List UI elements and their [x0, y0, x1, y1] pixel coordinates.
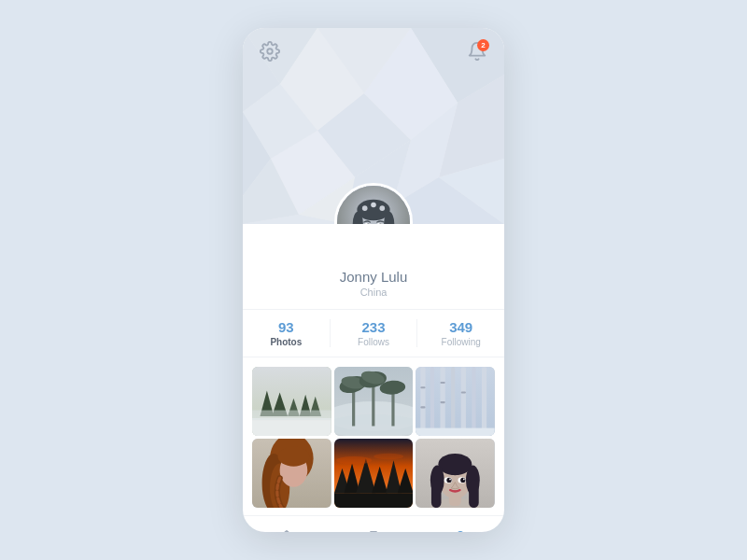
svg-rect-67 — [441, 382, 445, 384]
svg-rect-58 — [421, 367, 426, 436]
photo-4[interactable] — [252, 439, 331, 508]
profile-name: Jonny Lulu — [258, 269, 489, 285]
svg-point-101 — [463, 479, 465, 481]
avatar-image — [337, 186, 410, 224]
photo-2[interactable] — [334, 367, 414, 436]
following-label: Following — [442, 337, 481, 347]
bottom-nav — [243, 515, 504, 532]
svg-point-17 — [267, 49, 273, 54]
notification-badge: 2 — [477, 39, 489, 51]
svg-rect-70 — [416, 428, 495, 436]
svg-rect-69 — [461, 391, 466, 393]
photo-5[interactable] — [334, 439, 414, 508]
following-count: 349 — [449, 319, 472, 335]
phone-card: 2 — [243, 28, 504, 532]
svg-rect-84 — [334, 493, 414, 508]
svg-rect-45 — [252, 411, 331, 421]
svg-rect-68 — [441, 401, 445, 403]
nav-home[interactable] — [270, 524, 303, 532]
nav-profile[interactable] — [444, 524, 477, 532]
photo-1[interactable] — [252, 367, 331, 436]
svg-point-28 — [380, 205, 386, 211]
stats-row: 93 Photos 233 Follows 349 Following — [243, 309, 504, 357]
svg-point-27 — [371, 203, 376, 208]
svg-rect-62 — [461, 367, 466, 436]
svg-point-98 — [447, 478, 452, 483]
stat-follows[interactable]: 233 Follows — [330, 319, 417, 347]
svg-rect-61 — [451, 367, 455, 436]
svg-point-85 — [336, 456, 372, 464]
follows-label: Follows — [358, 337, 389, 347]
follows-count: 233 — [361, 319, 385, 335]
svg-point-100 — [450, 479, 452, 481]
photo-3[interactable] — [416, 367, 495, 436]
svg-point-76 — [278, 447, 310, 467]
svg-rect-94 — [431, 481, 442, 509]
nav-camera[interactable] — [357, 524, 390, 532]
photos-label: Photos — [270, 337, 302, 347]
photo-grid — [243, 357, 504, 515]
svg-rect-66 — [421, 406, 426, 408]
svg-rect-65 — [421, 386, 426, 388]
svg-point-91 — [439, 454, 472, 475]
profile-info: Jonny Lulu China — [243, 269, 504, 309]
svg-rect-95 — [469, 481, 479, 509]
stat-photos[interactable]: 93 Photos — [243, 319, 330, 347]
profile-header: 2 — [243, 28, 504, 224]
svg-rect-37 — [252, 418, 331, 436]
svg-point-99 — [460, 478, 465, 483]
svg-rect-63 — [472, 367, 476, 436]
svg-point-86 — [374, 454, 403, 459]
stat-following[interactable]: 349 Following — [416, 319, 504, 347]
photo-6[interactable] — [416, 439, 495, 508]
svg-point-26 — [362, 205, 368, 211]
profile-location: China — [258, 287, 489, 298]
svg-rect-59 — [430, 367, 434, 436]
svg-rect-64 — [482, 367, 486, 436]
settings-icon[interactable] — [260, 41, 280, 62]
photos-count: 93 — [278, 319, 294, 335]
